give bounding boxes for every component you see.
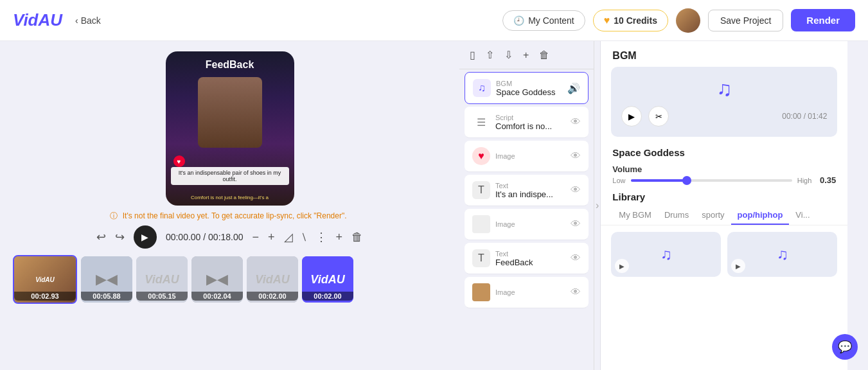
preview-area: FeedBack ♥ It's an indispensable pair of… [0, 41, 459, 370]
split-button[interactable]: ⧵ [302, 231, 306, 244]
scene-bgm-name: Space Goddess [496, 87, 556, 97]
avatar[interactable] [676, 8, 700, 33]
scene-list: ♫ BGM Space Goddess 🔊 ☰ Script Comfort i… [459, 69, 594, 370]
scene-item-text2[interactable]: T Text FeedBack 👁 [465, 243, 589, 274]
scene-item-script-left: ☰ Script Comfort is no... [472, 113, 552, 131]
volume-row: Low High 0.35 [601, 175, 847, 185]
scene-item-image3[interactable]: Image 👁 [465, 277, 589, 308]
clip-1-time: 00:02.93 [14, 292, 76, 301]
lib-card-1-note-icon: ♫ [660, 245, 672, 263]
bgm-panel: BGM ♫ ▶ ✂ 00:00 / 01:42 Space Goddess Vo… [600, 41, 847, 370]
chat-support-button[interactable]: 💬 [832, 334, 858, 360]
scene-item-image1[interactable]: ♥ Image 👁 [465, 141, 589, 172]
scene-text2-label: Text [495, 250, 533, 258]
tab-vi[interactable]: Vi... [789, 206, 816, 225]
undo-button[interactable]: ↩ [96, 230, 106, 244]
scene-panel: ▯ ⇧ ⇩ + 🗑 ♫ BGM Space Goddess 🔊 ☰ [459, 41, 594, 370]
volume-thumb[interactable] [682, 176, 691, 185]
scene-bgm-visibility[interactable]: 🔊 [567, 82, 580, 94]
scene-item-bgm[interactable]: ♫ BGM Space Goddess 🔊 [465, 72, 589, 104]
scene-text1-icon: T [472, 181, 490, 199]
time-total: 00:18.00 [208, 232, 244, 242]
tab-sporty[interactable]: sporty [695, 206, 731, 225]
timeline-clip-1[interactable]: VidAU 00:02.93 [13, 255, 77, 304]
lib-card-2-play-button[interactable]: ▶ [731, 259, 745, 273]
fit-button[interactable]: ◿ [284, 230, 293, 244]
scene-item-script[interactable]: ☰ Script Comfort is no... 👁 [465, 107, 589, 138]
lib-card-1-play-button[interactable]: ▶ [615, 259, 629, 273]
player-controls: ▶ ✂ 00:00 / 01:42 [621, 106, 827, 127]
scene-bgm-info: BGM Space Goddess [496, 80, 556, 97]
player-time-total: 01:42 [808, 112, 827, 121]
save-project-button[interactable]: Save Project [708, 10, 783, 31]
scene-script-icon: ☰ [472, 113, 490, 131]
logo: VidAU [13, 10, 62, 30]
back-button[interactable]: ‹ Back [75, 15, 101, 26]
warning-icon: ⓘ [110, 211, 118, 220]
panel-collapse[interactable]: › [594, 41, 600, 370]
scene-image1-visibility[interactable]: 👁 [571, 150, 581, 162]
add-clip-button[interactable]: + [336, 231, 343, 244]
timeline-clip-5[interactable]: VidAU 00:02.00 [247, 256, 298, 303]
library-tabs: My BGM Drums sporty pop/hiphop Vi... [601, 206, 847, 225]
delete-clip-button[interactable]: 🗑 [351, 231, 363, 244]
scene-text2-name: FeedBack [495, 258, 533, 267]
scene-image1-info: Image [495, 152, 515, 160]
scene-image3-visibility[interactable]: 👁 [571, 286, 581, 298]
library-card-1[interactable]: ♫ ▶ [611, 232, 721, 277]
timeline: VidAU 00:02.93 ▶◀ 00:05.88 VidAU 00:05.1… [13, 255, 447, 304]
scene-item-image2[interactable]: Image 👁 [465, 209, 589, 240]
scene-text1-info: Text It's an indispe... [495, 182, 553, 199]
time-separator: / [203, 232, 208, 242]
panel-toolbar: ▯ ⇧ ⇩ + 🗑 [459, 41, 594, 69]
heart-badge: ♥ [173, 155, 185, 167]
volume-fill [631, 179, 687, 182]
tab-drums[interactable]: Drums [658, 206, 695, 225]
align-button[interactable]: ⋮ [315, 230, 327, 244]
timeline-clip-6[interactable]: VidAU 00:02.00 [302, 256, 353, 303]
move-up-tool-button[interactable]: ⇧ [483, 46, 497, 64]
delete-scene-button[interactable]: 🗑 [536, 47, 552, 64]
scene-text1-visibility[interactable]: 👁 [571, 184, 581, 196]
volume-value: 0.35 [817, 175, 836, 185]
scene-item-image1-left: ♥ Image [472, 147, 515, 165]
scene-text2-visibility[interactable]: 👁 [571, 252, 581, 264]
redo-button[interactable]: ↪ [115, 230, 125, 244]
header: VidAU ‹ Back 🕘 My Content ♥ 10 Credits S… [0, 0, 868, 41]
move-down-tool-button[interactable]: ⇩ [502, 46, 515, 64]
volume-slider[interactable] [631, 179, 792, 182]
tab-mybgm[interactable]: My BGM [612, 206, 658, 225]
play-button[interactable]: ▶ [134, 225, 157, 249]
scene-item-text2-left: T Text FeedBack [472, 249, 533, 267]
player-play-button[interactable]: ▶ [621, 106, 642, 127]
library-card-2[interactable]: ♫ ▶ [727, 232, 837, 277]
timeline-clip-2[interactable]: ▶◀ 00:05.88 [81, 256, 132, 303]
timeline-clip-4[interactable]: ▶◀ 00:02.04 [191, 256, 243, 303]
scene-image1-label: Image [495, 152, 515, 160]
scene-item-text1[interactable]: T Text It's an indispe... 👁 [465, 175, 589, 206]
playback-controls: ↩ ↪ ▶ 00:00.00 / 00:18.00 − + ◿ ⧵ ⋮ + 🗑 [96, 225, 363, 249]
scene-bgm-label: BGM [496, 80, 556, 87]
zoom-out-button[interactable]: − [252, 231, 260, 244]
volume-high-label: High [797, 177, 812, 184]
tab-pophiphop[interactable]: pop/hiphop [731, 206, 790, 225]
lib-card-2-note-icon: ♫ [777, 245, 788, 263]
add-scene-button[interactable]: + [520, 47, 531, 64]
scene-image2-icon [472, 215, 490, 233]
collapse-arrow-icon[interactable]: › [596, 200, 599, 211]
timeline-clip-3[interactable]: VidAU 00:05.15 [136, 256, 188, 303]
player-scissors-button[interactable]: ✂ [648, 106, 669, 127]
copy-tool-button[interactable]: ▯ [467, 46, 478, 64]
scene-script-label: Script [495, 114, 552, 121]
zoom-in-button[interactable]: + [268, 231, 275, 244]
scene-script-visibility[interactable]: 👁 [571, 116, 581, 128]
bgm-track-name: Space Goddess [601, 145, 847, 161]
clip-2-time: 00:05.88 [81, 292, 132, 301]
scene-image2-visibility[interactable]: 👁 [571, 218, 581, 230]
my-content-button[interactable]: 🕘 My Content [502, 10, 585, 31]
scene-text2-info: Text FeedBack [495, 250, 533, 267]
video-title-overlay: FeedBack [166, 59, 294, 71]
render-button[interactable]: Render [791, 9, 855, 31]
bgm-player: ♫ ▶ ✂ 00:00 / 01:42 [611, 67, 837, 137]
credits-button[interactable]: ♥ 10 Credits [593, 10, 668, 31]
